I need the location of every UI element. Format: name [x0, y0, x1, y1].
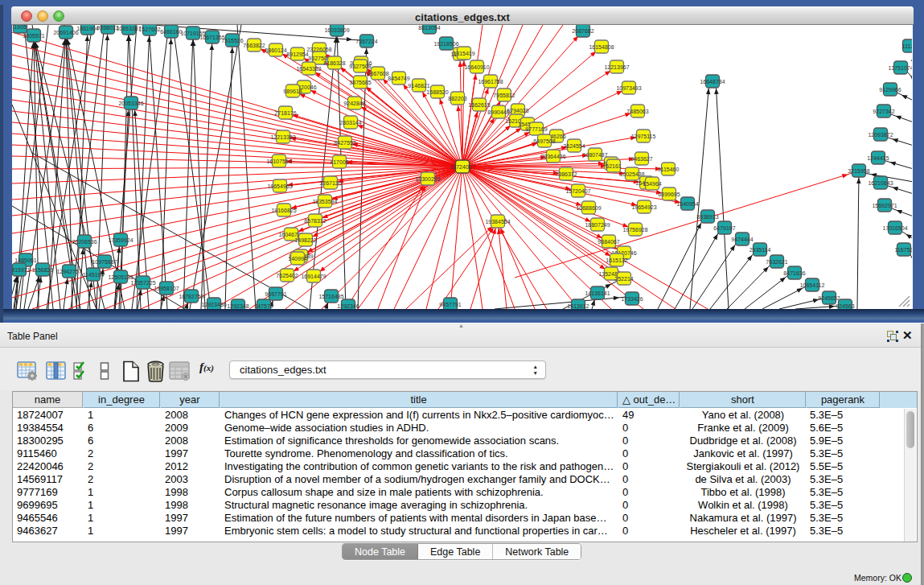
svg-text:8471636: 8471636 — [783, 270, 805, 276]
svg-text:10688609: 10688609 — [576, 205, 601, 211]
svg-text:12093872: 12093872 — [868, 132, 893, 138]
svg-text:6899695: 6899695 — [658, 192, 680, 197]
svg-text:16640910: 16640910 — [464, 64, 489, 70]
svg-text:19654965: 19654965 — [267, 183, 292, 189]
svg-text:1145194: 1145194 — [83, 272, 105, 278]
svg-text:1815419: 1815419 — [453, 51, 474, 56]
svg-text:14136141: 14136141 — [585, 290, 610, 296]
svg-text:1588520: 1588520 — [426, 89, 448, 95]
svg-text:3875685: 3875685 — [349, 80, 371, 85]
svg-text:10025438: 10025438 — [619, 171, 644, 177]
svg-text:7515526: 7515526 — [221, 38, 243, 43]
svg-text:3215958: 3215958 — [848, 168, 869, 174]
svg-text:8427552: 8427552 — [334, 140, 355, 146]
svg-text:9115460: 9115460 — [658, 167, 680, 172]
svg-text:1413612: 1413612 — [567, 303, 589, 309]
svg-text:2718176: 2718176 — [274, 110, 296, 116]
svg-text:2935114: 2935114 — [749, 247, 771, 253]
svg-text:3267130: 3267130 — [319, 180, 341, 186]
svg-text:1498222: 1498222 — [294, 237, 316, 243]
svg-text:19654923: 19654923 — [631, 204, 656, 210]
svg-text:9245652: 9245652 — [818, 295, 840, 301]
svg-text:1292346: 1292346 — [337, 303, 359, 309]
svg-text:989618: 989618 — [283, 89, 302, 94]
svg-text:9129966: 9129966 — [879, 87, 901, 93]
svg-text:7955812: 7955812 — [493, 93, 515, 98]
svg-text:20053346: 20053346 — [118, 101, 143, 106]
svg-text:9327508: 9327508 — [349, 64, 371, 69]
svg-text:17359924: 17359924 — [108, 237, 133, 243]
svg-text:9884067: 9884067 — [598, 239, 619, 245]
svg-text:1615132: 1615132 — [606, 257, 627, 263]
svg-text:7357224: 7357224 — [355, 39, 377, 44]
svg-text:8912954: 8912954 — [286, 51, 308, 57]
svg-text:13751074: 13751074 — [888, 65, 912, 71]
svg-text:417006: 417006 — [330, 159, 348, 165]
svg-text:252214: 252214 — [614, 276, 633, 282]
svg-text:8578312: 8578312 — [304, 218, 326, 224]
svg-text:7485063: 7485063 — [626, 109, 648, 114]
svg-text:9242848: 9242848 — [343, 101, 365, 106]
svg-text:140994: 140994 — [288, 256, 306, 262]
svg-text:6466160: 6466160 — [160, 29, 182, 35]
svg-text:7663822: 7663822 — [243, 43, 265, 48]
svg-text:11353594: 11353594 — [313, 199, 338, 204]
svg-text:20691406: 20691406 — [53, 30, 78, 35]
svg-text:12213383: 12213383 — [270, 134, 295, 140]
svg-text:19218506: 19218506 — [433, 41, 458, 47]
svg-text:12942757: 12942757 — [56, 269, 81, 274]
svg-text:10973493: 10973493 — [616, 85, 641, 91]
svg-text:9463627: 9463627 — [630, 156, 652, 162]
svg-text:20206536: 20206536 — [72, 239, 97, 245]
svg-text:6497508: 6497508 — [533, 138, 555, 144]
svg-text:16033809: 16033809 — [324, 27, 349, 33]
svg-text:9457791: 9457791 — [439, 302, 461, 307]
svg-text:1733426: 1733426 — [621, 296, 643, 302]
svg-text:12505135: 12505135 — [108, 274, 133, 280]
svg-text:16543382: 16543382 — [296, 66, 321, 72]
svg-text:9474444: 9474444 — [731, 237, 753, 242]
svg-text:19958107: 19958107 — [154, 286, 179, 291]
svg-text:16914479: 16914479 — [301, 274, 326, 279]
svg-text:6794028: 6794028 — [507, 108, 528, 113]
svg-text:16107554: 16107554 — [266, 159, 291, 164]
svg-text:2087682: 2087682 — [572, 28, 593, 34]
svg-text:17016504: 17016504 — [882, 225, 907, 231]
svg-text:19384554: 19384554 — [485, 219, 510, 225]
svg-text:1156829: 1156829 — [32, 267, 54, 273]
svg-text:1244415: 1244415 — [867, 155, 889, 161]
svg-text:17357225: 17357225 — [130, 280, 155, 286]
svg-text:20364436: 20364436 — [540, 154, 565, 159]
svg-text:16154808: 16154808 — [589, 44, 614, 50]
svg-text:924563: 924563 — [836, 303, 854, 309]
svg-text:62161: 62161 — [606, 163, 622, 169]
svg-text:10653267: 10653267 — [116, 26, 141, 31]
svg-text:1905: 1905 — [14, 25, 27, 30]
svg-text:16210643: 16210643 — [868, 180, 893, 186]
svg-text:1861904: 1861904 — [76, 26, 98, 31]
svg-text:9777169: 9777169 — [525, 126, 547, 132]
svg-text:2867608: 2867608 — [367, 71, 388, 76]
svg-text:7386372: 7386372 — [555, 171, 577, 177]
svg-text:1905571: 1905571 — [23, 33, 44, 39]
svg-text:947570: 947570 — [254, 303, 273, 309]
svg-text:8186328: 8186328 — [323, 60, 345, 66]
svg-text:1485061: 1485061 — [14, 257, 36, 263]
svg-text:8938913: 8938913 — [696, 214, 718, 220]
svg-text:1362615: 1362615 — [468, 102, 490, 108]
svg-text:15692971: 15692971 — [872, 203, 897, 208]
svg-text:19756928: 19756928 — [622, 227, 647, 233]
svg-text:7632621: 7632621 — [766, 259, 787, 265]
svg-text:7625402: 7625402 — [276, 273, 298, 278]
svg-text:2803144: 2803144 — [339, 120, 361, 126]
svg-text:10975887: 10975887 — [92, 259, 117, 265]
svg-text:1292348: 1292348 — [227, 303, 248, 309]
svg-text:15720407: 15720407 — [565, 188, 590, 194]
svg-text:154964: 154964 — [643, 181, 661, 187]
svg-text:3624554: 3624554 — [563, 143, 585, 149]
svg-text:10654112: 10654112 — [800, 282, 825, 288]
svg-text:9657791: 9657791 — [265, 291, 286, 297]
svg-text:9227342: 9227342 — [873, 109, 894, 114]
svg-text:8860124: 8860124 — [265, 47, 286, 53]
svg-text:1640954: 1640954 — [676, 201, 698, 207]
